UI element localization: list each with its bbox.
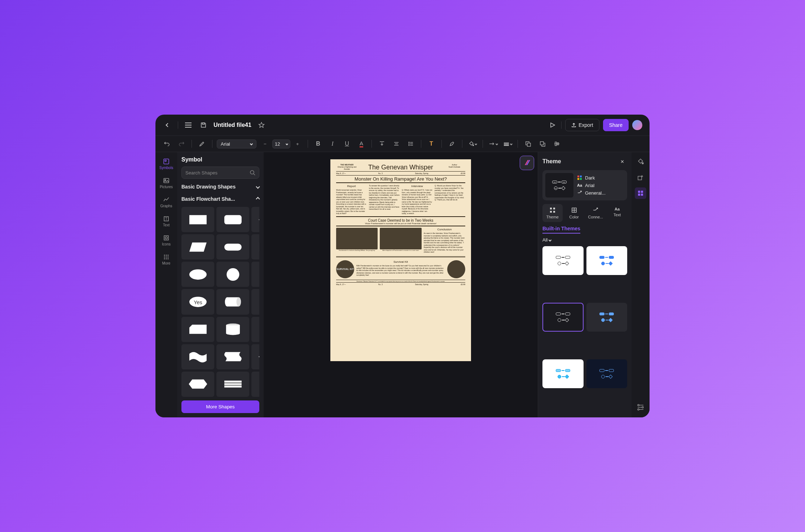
underline-button[interactable]: U xyxy=(341,138,353,150)
more-shapes-button[interactable]: More Shapes xyxy=(181,400,259,413)
shape-person[interactable] xyxy=(251,262,259,287)
align-objects-button[interactable] xyxy=(551,138,563,150)
theme-connector-prop[interactable]: General... xyxy=(577,190,606,196)
rail-symbols[interactable]: Symbols xyxy=(158,156,175,172)
theme-card-6[interactable] xyxy=(586,359,628,388)
star-button[interactable] xyxy=(256,120,267,130)
format-bar: Arial − 12 + B I U A T xyxy=(155,136,650,152)
shape-cylinder-v[interactable] xyxy=(216,317,249,342)
svg-marker-4 xyxy=(259,123,264,128)
svg-rect-101 xyxy=(638,194,640,196)
theme-filter[interactable]: All xyxy=(542,237,627,243)
rail-icons[interactable]: Icons xyxy=(158,232,175,248)
bold-button[interactable]: B xyxy=(312,138,324,150)
format-painter-button[interactable] xyxy=(196,138,208,150)
document-page[interactable]: THE WEATHERChance of lightning and thund… xyxy=(330,159,471,361)
shape-rect[interactable] xyxy=(181,207,214,232)
category-basic-flowchart[interactable]: Basic Flowchart Sha... xyxy=(181,195,259,203)
doc-image-1 xyxy=(336,228,378,249)
share-button[interactable]: Share xyxy=(603,119,629,131)
valign-button[interactable] xyxy=(376,138,388,150)
shape-ellipse[interactable] xyxy=(181,262,214,287)
builtin-themes-label: Built-in Themes xyxy=(542,226,580,234)
chevron-down-icon xyxy=(256,185,260,189)
front-button[interactable] xyxy=(522,138,534,150)
theme-card-5[interactable] xyxy=(542,359,584,388)
shape-circle[interactable] xyxy=(216,262,249,287)
shape-wave[interactable] xyxy=(181,344,214,369)
rr-settings[interactable] xyxy=(635,402,646,413)
font-color-button[interactable]: A xyxy=(356,138,367,150)
shape-roundrect[interactable] xyxy=(216,207,249,232)
rr-fill[interactable] xyxy=(635,156,646,167)
shape-subroutine[interactable] xyxy=(216,372,249,397)
tab-theme[interactable]: Theme xyxy=(542,204,563,222)
rail-graphs[interactable]: Graphs xyxy=(158,194,175,210)
save-icon[interactable] xyxy=(198,120,208,130)
search-shapes-input[interactable]: Search Shapes xyxy=(181,167,259,179)
shapes-grid: Yes xyxy=(181,207,259,397)
svg-rect-89 xyxy=(553,208,555,209)
shape-merge[interactable] xyxy=(251,372,259,397)
tab-text[interactable]: AaText xyxy=(607,204,627,222)
svg-rect-96 xyxy=(638,176,642,180)
shape-terminator[interactable] xyxy=(216,234,249,260)
shape-parallelogram[interactable] xyxy=(181,234,214,260)
shape-manual-op[interactable] xyxy=(251,317,259,342)
theme-card-4[interactable] xyxy=(586,303,628,332)
svg-rect-21 xyxy=(527,143,531,146)
rr-themes[interactable] xyxy=(635,187,646,199)
svg-rect-47 xyxy=(224,215,242,224)
halign-button[interactable] xyxy=(391,138,402,150)
font-size-decrease[interactable]: − xyxy=(259,138,271,150)
redo-button[interactable] xyxy=(176,138,187,150)
theme-color-prop[interactable]: Dark xyxy=(577,175,606,181)
svg-marker-78 xyxy=(189,380,207,389)
menu-button[interactable] xyxy=(183,120,193,130)
shape-preparation[interactable] xyxy=(181,372,214,397)
category-basic-drawing[interactable]: Basic Drawing Shapes xyxy=(181,182,259,191)
tab-color[interactable]: Color xyxy=(564,204,584,222)
theme-card-1[interactable] xyxy=(542,246,584,275)
shape-diamond[interactable] xyxy=(251,207,259,232)
rail-more[interactable]: More xyxy=(158,251,175,267)
play-button[interactable] xyxy=(547,120,558,130)
svg-point-35 xyxy=(164,255,165,256)
export-button[interactable]: Export xyxy=(565,119,599,131)
tab-connector[interactable]: Conne... xyxy=(586,204,606,222)
rail-text[interactable]: T Text xyxy=(158,213,175,229)
svg-point-37 xyxy=(168,255,169,256)
canvas[interactable]: THE WEATHERChance of lightning and thund… xyxy=(264,152,538,417)
pen-button[interactable] xyxy=(446,138,458,150)
theme-card-2[interactable] xyxy=(586,246,628,275)
shape-tape[interactable] xyxy=(216,344,249,369)
text-tool-button[interactable]: T xyxy=(426,138,437,150)
back-layer-button[interactable] xyxy=(537,138,548,150)
italic-button[interactable]: I xyxy=(327,138,338,150)
back-button[interactable] xyxy=(163,120,173,130)
font-size-increase[interactable]: + xyxy=(292,138,303,150)
filename[interactable]: Untitled file41 xyxy=(214,122,251,128)
ai-assistant-button[interactable] xyxy=(520,156,534,170)
shape-hexagon[interactable] xyxy=(251,344,259,369)
rail-pictures[interactable]: Pictures xyxy=(158,175,175,191)
avatar[interactable] xyxy=(632,120,642,130)
shape-card[interactable] xyxy=(181,317,214,342)
font-select[interactable]: Arial xyxy=(217,139,256,148)
font-size-input[interactable]: 12 xyxy=(272,139,290,148)
shape-cylinder-h[interactable] xyxy=(216,289,249,314)
close-panel-button[interactable]: ✕ xyxy=(617,156,627,167)
shape-offpage[interactable] xyxy=(251,289,259,314)
theme-font-prop[interactable]: Aa Arial xyxy=(577,183,606,188)
fill-button[interactable] xyxy=(467,138,478,150)
undo-button[interactable] xyxy=(161,138,173,150)
theme-card-3[interactable] xyxy=(542,303,584,332)
shape-decision-yes[interactable]: Yes xyxy=(181,289,214,314)
shape-predefined[interactable] xyxy=(251,234,259,260)
line-style-button[interactable] xyxy=(502,138,513,150)
rr-insert[interactable] xyxy=(635,172,646,183)
arrow-style-button[interactable] xyxy=(487,138,499,150)
svg-point-107 xyxy=(642,407,643,408)
line-height-button[interactable] xyxy=(405,138,417,150)
svg-point-39 xyxy=(166,257,167,258)
